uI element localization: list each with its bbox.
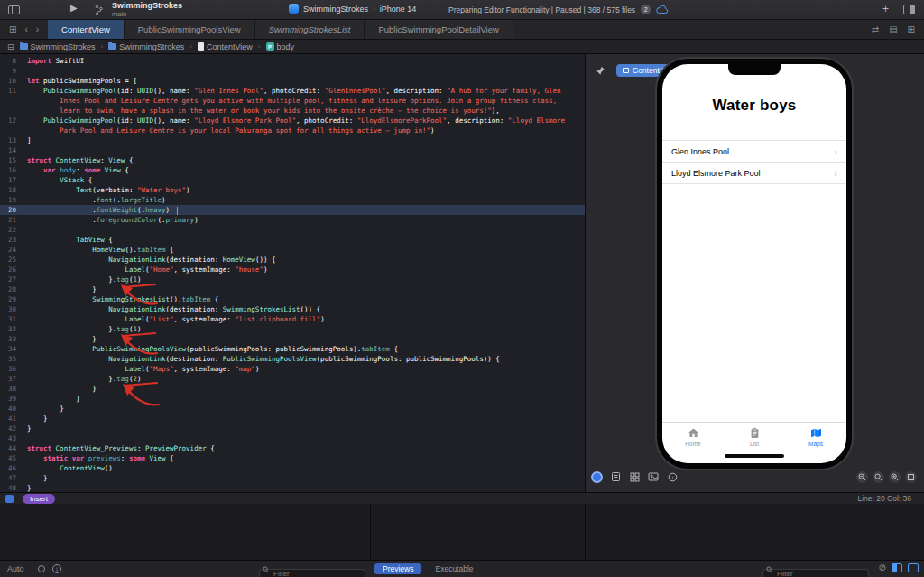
device-settings-button[interactable] — [628, 470, 641, 483]
code-line-45[interactable]: 45 static var previews: some View { — [0, 453, 585, 463]
code-line-35[interactable]: 35 NavigationLink(destination: PublicSwi… — [0, 354, 585, 364]
source-editor[interactable]: 8import SwiftUI9 10let publicSwimmingPoo… — [0, 54, 585, 492]
code-line-10[interactable]: 10let publicSwimmingPools = [ — [0, 76, 585, 86]
line-number[interactable]: 14 — [0, 145, 23, 155]
preview-tab-Maps[interactable]: Maps — [785, 423, 846, 451]
code-line-36[interactable]: 36 Label("Maps", systemImage: "map") — [0, 364, 585, 374]
scheme-selector[interactable]: SwimmingStrokes › iPhone 14 — [289, 4, 416, 14]
line-number[interactable]: 13 — [0, 135, 23, 145]
code-line-8[interactable]: 8import SwiftUI — [0, 56, 585, 66]
line-number[interactable]: 19 — [0, 195, 23, 205]
code-line-23[interactable]: 23 TabView { — [0, 235, 585, 245]
breadcrumb-item-body[interactable]: Pbody — [266, 42, 295, 51]
line-number[interactable]: 34 — [0, 344, 23, 354]
line-number[interactable]: 9 — [0, 66, 23, 76]
variables-filter-input[interactable] — [259, 569, 365, 577]
editor-options-icon[interactable]: ▤ — [889, 24, 897, 34]
line-number[interactable]: 8 — [0, 56, 23, 66]
line-number[interactable]: 11 — [0, 86, 23, 116]
console-tab-Previews[interactable]: Previews — [374, 563, 421, 574]
line-number[interactable]: 39 — [0, 394, 23, 404]
variables-view-icon[interactable] — [38, 565, 45, 572]
code-line-9[interactable]: 9 — [0, 66, 585, 76]
preview-tab-List[interactable]: List — [724, 423, 785, 451]
code-line-14[interactable]: 14 — [0, 145, 585, 155]
show-console-pane-icon[interactable] — [908, 563, 919, 572]
line-number[interactable]: 28 — [0, 284, 23, 294]
line-number[interactable]: 47 — [0, 473, 23, 483]
related-items-icon[interactable]: ⊟ — [7, 42, 14, 51]
code-line-24[interactable]: 24 HomeView().tabItem { — [0, 245, 585, 255]
line-number[interactable]: 27 — [0, 275, 23, 284]
code-review-icon[interactable]: ⇄ — [872, 24, 879, 34]
line-number[interactable]: 17 — [0, 175, 23, 185]
activity-view[interactable]: Preparing Editor Functionality | Paused … — [448, 5, 669, 14]
code-line-17[interactable]: 17 VStack { — [0, 175, 585, 185]
code-line-32[interactable]: 32 }.tag(1) — [0, 324, 585, 334]
line-number[interactable]: 10 — [0, 76, 23, 86]
line-number[interactable]: 38 — [0, 384, 23, 394]
code-line-21[interactable]: 21 .foregroundColor(.primary) — [0, 215, 585, 225]
line-number[interactable]: 24 — [0, 245, 23, 255]
forward-icon[interactable]: › — [36, 24, 39, 34]
code-area[interactable]: 8import SwiftUI9 10let publicSwimmingPoo… — [0, 54, 585, 492]
code-line-16[interactable]: 16 var body: some View { — [0, 165, 585, 175]
breadcrumb-item-SwimmingStrokes[interactable]: SwimmingStrokes — [20, 42, 96, 51]
zoom-out-button[interactable] — [856, 471, 868, 483]
console-filter-input[interactable] — [762, 569, 869, 577]
code-line-28[interactable]: 28 } — [0, 284, 585, 294]
code-line-31[interactable]: 31 Label("List", systemImage: "list.clip… — [0, 314, 585, 324]
code-line-15[interactable]: 15struct ContentView: View { — [0, 155, 585, 165]
debug-pane-divider[interactable] — [370, 504, 371, 560]
line-number[interactable]: 46 — [0, 463, 23, 473]
code-line-22[interactable]: 22 — [0, 225, 585, 235]
code-line-34[interactable]: 34 PublicSwimmingPoolsView(publicSwimmin… — [0, 344, 585, 354]
line-number[interactable]: 21 — [0, 215, 23, 225]
code-line-48[interactable]: 48} — [0, 483, 585, 492]
project-title-block[interactable]: SwimmingStrokes main — [112, 2, 182, 18]
line-number[interactable]: 35 — [0, 354, 23, 364]
code-line-20[interactable]: 20 .fontWeight(.heavy) — [0, 205, 585, 215]
line-number[interactable]: 45 — [0, 453, 23, 463]
code-line-11[interactable]: 11 PublicSwimmingPool(id: UUID(), name: … — [0, 86, 585, 116]
preview-list-row[interactable]: Glen Innes Pool› — [662, 141, 846, 163]
code-line-47[interactable]: 47 } — [0, 473, 585, 483]
debug-pane-divider[interactable] — [585, 504, 586, 560]
preview-info-button[interactable]: i — [666, 470, 679, 483]
code-line-30[interactable]: 30 NavigationLink(destination: SwimmingS… — [0, 304, 585, 314]
code-line-26[interactable]: 26 Label("Home", systemImage: "house") — [0, 265, 585, 275]
console-tab-Executable[interactable]: Executable — [427, 563, 481, 574]
inspector-toggle-icon[interactable] — [903, 5, 915, 14]
code-line-46[interactable]: 46 ContentView() — [0, 463, 585, 473]
line-number[interactable]: 31 — [0, 314, 23, 324]
line-number[interactable]: 23 — [0, 235, 23, 245]
line-number[interactable]: 12 — [0, 116, 23, 135]
zoom-in-button[interactable] — [889, 471, 901, 483]
run-destination[interactable]: iPhone 14 — [380, 5, 417, 14]
line-number[interactable]: 33 — [0, 334, 23, 344]
live-preview-button[interactable] — [591, 471, 603, 483]
tab-SwimmingStrokesList[interactable]: SwimmingStrokesList — [255, 20, 365, 39]
zoom-fit-button[interactable] — [905, 471, 917, 483]
issue-count-badge[interactable]: 2 — [641, 5, 651, 14]
line-number[interactable]: 20 — [0, 205, 23, 215]
pin-preview-icon[interactable] — [595, 64, 606, 80]
line-number[interactable]: 22 — [0, 225, 23, 235]
code-line-43[interactable]: 43 — [0, 433, 585, 443]
breadcrumb-item-SwimmingStrokes[interactable]: SwimmingStrokes — [108, 42, 184, 51]
code-line-42[interactable]: 42} — [0, 423, 585, 433]
line-number[interactable]: 18 — [0, 185, 23, 195]
back-icon[interactable]: ‹ — [24, 24, 27, 34]
code-line-19[interactable]: 19 .font(.largeTitle) — [0, 195, 585, 205]
line-number[interactable]: 40 — [0, 404, 23, 414]
tab-ContentView[interactable]: ContentView — [48, 20, 125, 39]
code-line-44[interactable]: 44struct ContentView_Previews: PreviewPr… — [0, 443, 585, 453]
line-number[interactable]: 43 — [0, 433, 23, 443]
code-line-25[interactable]: 25 NavigationLink(destination: HomeView(… — [0, 255, 585, 265]
run-button[interactable]: ▶ — [70, 3, 78, 13]
preview-list-row[interactable]: Lloyd Elsmore Park Pool› — [662, 163, 846, 184]
line-number[interactable]: 16 — [0, 165, 23, 175]
line-number[interactable]: 36 — [0, 364, 23, 374]
show-variables-pane-icon[interactable] — [892, 563, 902, 572]
code-line-27[interactable]: 27 }.tag(1) — [0, 275, 585, 284]
